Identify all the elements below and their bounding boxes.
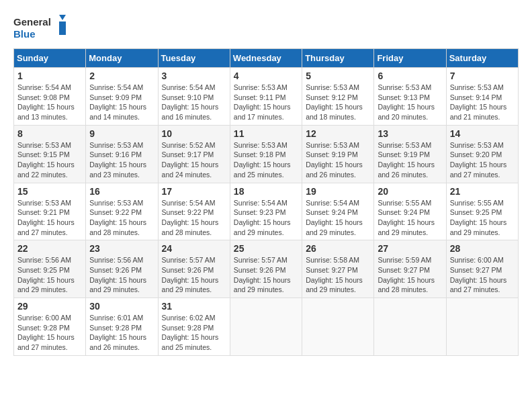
day-info: Sunrise: 5:58 AMSunset: 9:27 PMDaylight:…	[306, 255, 370, 295]
calendar-cell: 15Sunrise: 5:53 AMSunset: 9:21 PMDayligh…	[14, 183, 86, 240]
day-number: 20	[378, 186, 442, 197]
calendar-cell: 3Sunrise: 5:54 AMSunset: 9:10 PMDaylight…	[158, 68, 230, 126]
calendar-week-row: 29Sunrise: 6:00 AMSunset: 9:28 PMDayligh…	[14, 298, 519, 356]
day-number: 7	[450, 71, 515, 81]
day-number: 11	[234, 128, 298, 139]
calendar-cell: 1Sunrise: 5:54 AMSunset: 9:08 PMDaylight…	[14, 68, 86, 126]
calendar-cell: 9Sunrise: 5:53 AMSunset: 9:16 PMDaylight…	[86, 125, 158, 183]
calendar-cell: 25Sunrise: 5:57 AMSunset: 9:26 PMDayligh…	[230, 240, 302, 298]
calendar-cell: 12Sunrise: 5:53 AMSunset: 9:19 PMDayligh…	[302, 125, 374, 183]
day-info: Sunrise: 5:59 AMSunset: 9:27 PMDaylight:…	[378, 255, 442, 295]
day-info: Sunrise: 5:53 AMSunset: 9:12 PMDaylight:…	[306, 83, 370, 122]
day-info: Sunrise: 5:53 AMSunset: 9:11 PMDaylight:…	[234, 83, 298, 122]
day-info: Sunrise: 5:54 AMSunset: 9:08 PMDaylight:…	[17, 83, 82, 122]
calendar-cell: 26Sunrise: 5:58 AMSunset: 9:27 PMDayligh…	[302, 240, 374, 298]
calendar-cell: 21Sunrise: 5:55 AMSunset: 9:25 PMDayligh…	[446, 183, 518, 240]
day-info: Sunrise: 5:56 AMSunset: 9:26 PMDaylight:…	[89, 255, 154, 295]
day-info: Sunrise: 5:53 AMSunset: 9:19 PMDaylight:…	[378, 140, 442, 180]
svg-text:Blue: Blue	[13, 28, 36, 40]
day-info: Sunrise: 5:55 AMSunset: 9:25 PMDaylight:…	[450, 198, 515, 238]
logo: General Blue	[13, 13, 74, 42]
header-sunday: Sunday	[14, 49, 86, 68]
day-number: 15	[17, 186, 82, 197]
calendar-cell: 19Sunrise: 5:54 AMSunset: 9:24 PMDayligh…	[302, 183, 374, 240]
header-wednesday: Wednesday	[230, 49, 302, 68]
day-number: 30	[89, 301, 154, 312]
header-saturday: Saturday	[446, 49, 518, 68]
calendar-cell: 6Sunrise: 5:53 AMSunset: 9:13 PMDaylight…	[374, 68, 446, 126]
calendar-week-row: 8Sunrise: 5:53 AMSunset: 9:15 PMDaylight…	[14, 125, 519, 183]
calendar-cell: 13Sunrise: 5:53 AMSunset: 9:19 PMDayligh…	[374, 125, 446, 183]
calendar-cell: 2Sunrise: 5:54 AMSunset: 9:09 PMDaylight…	[86, 68, 158, 126]
calendar-cell: 18Sunrise: 5:54 AMSunset: 9:23 PMDayligh…	[230, 183, 302, 240]
day-info: Sunrise: 5:53 AMSunset: 9:13 PMDaylight:…	[378, 83, 442, 122]
day-number: 23	[89, 243, 154, 254]
day-number: 9	[89, 128, 154, 139]
header-friday: Friday	[374, 49, 446, 68]
calendar-cell: 30Sunrise: 6:01 AMSunset: 9:28 PMDayligh…	[86, 298, 158, 356]
day-number: 21	[450, 186, 515, 197]
day-info: Sunrise: 5:53 AMSunset: 9:22 PMDaylight:…	[89, 198, 154, 238]
calendar-cell: 27Sunrise: 5:59 AMSunset: 9:27 PMDayligh…	[374, 240, 446, 298]
day-info: Sunrise: 5:57 AMSunset: 9:26 PMDaylight:…	[162, 255, 226, 295]
day-info: Sunrise: 5:57 AMSunset: 9:26 PMDaylight:…	[234, 255, 298, 295]
day-info: Sunrise: 5:54 AMSunset: 9:22 PMDaylight:…	[162, 198, 226, 238]
day-number: 31	[162, 301, 226, 312]
calendar-week-row: 15Sunrise: 5:53 AMSunset: 9:21 PMDayligh…	[14, 183, 519, 240]
day-info: Sunrise: 5:53 AMSunset: 9:19 PMDaylight:…	[306, 140, 370, 180]
day-info: Sunrise: 5:53 AMSunset: 9:20 PMDaylight:…	[450, 140, 515, 180]
day-number: 3	[162, 71, 226, 81]
calendar-week-row: 22Sunrise: 5:56 AMSunset: 9:25 PMDayligh…	[14, 240, 519, 298]
calendar-cell: 28Sunrise: 6:00 AMSunset: 9:27 PMDayligh…	[446, 240, 518, 298]
header-tuesday: Tuesday	[158, 49, 230, 68]
calendar-cell	[230, 298, 302, 356]
calendar-week-row: 1Sunrise: 5:54 AMSunset: 9:08 PMDaylight…	[14, 68, 519, 126]
svg-rect-3	[59, 21, 66, 35]
day-info: Sunrise: 5:53 AMSunset: 9:21 PMDaylight:…	[17, 198, 82, 238]
day-info: Sunrise: 5:54 AMSunset: 9:24 PMDaylight:…	[306, 198, 370, 238]
day-number: 18	[234, 186, 298, 197]
day-info: Sunrise: 5:53 AMSunset: 9:15 PMDaylight:…	[17, 140, 82, 180]
day-number: 16	[89, 186, 154, 197]
day-number: 8	[17, 128, 82, 139]
calendar-cell: 22Sunrise: 5:56 AMSunset: 9:25 PMDayligh…	[14, 240, 86, 298]
day-info: Sunrise: 5:54 AMSunset: 9:09 PMDaylight:…	[89, 83, 154, 122]
day-info: Sunrise: 5:53 AMSunset: 9:18 PMDaylight:…	[234, 140, 298, 180]
day-info: Sunrise: 5:54 AMSunset: 9:10 PMDaylight:…	[162, 83, 226, 122]
day-info: Sunrise: 6:00 AMSunset: 9:28 PMDaylight:…	[17, 313, 82, 353]
day-number: 24	[162, 243, 226, 254]
calendar-cell: 17Sunrise: 5:54 AMSunset: 9:22 PMDayligh…	[158, 183, 230, 240]
calendar-cell: 24Sunrise: 5:57 AMSunset: 9:26 PMDayligh…	[158, 240, 230, 298]
page-header: General Blue	[13, 13, 519, 42]
calendar-table: SundayMondayTuesdayWednesdayThursdayFrid…	[13, 48, 519, 356]
day-number: 27	[378, 243, 442, 254]
calendar-cell: 20Sunrise: 5:55 AMSunset: 9:24 PMDayligh…	[374, 183, 446, 240]
day-number: 14	[450, 128, 515, 139]
day-info: Sunrise: 6:00 AMSunset: 9:27 PMDaylight:…	[450, 255, 515, 295]
header-monday: Monday	[86, 49, 158, 68]
day-info: Sunrise: 5:53 AMSunset: 9:14 PMDaylight:…	[450, 83, 515, 122]
day-number: 19	[306, 186, 370, 197]
day-number: 4	[234, 71, 298, 81]
day-info: Sunrise: 6:01 AMSunset: 9:28 PMDaylight:…	[89, 313, 154, 353]
calendar-cell: 16Sunrise: 5:53 AMSunset: 9:22 PMDayligh…	[86, 183, 158, 240]
calendar-cell: 31Sunrise: 6:02 AMSunset: 9:28 PMDayligh…	[158, 298, 230, 356]
day-number: 2	[89, 71, 154, 81]
day-number: 28	[450, 243, 515, 254]
day-number: 25	[234, 243, 298, 254]
day-number: 26	[306, 243, 370, 254]
day-number: 17	[162, 186, 226, 197]
calendar-cell	[374, 298, 446, 356]
svg-text:General: General	[13, 16, 51, 28]
day-info: Sunrise: 5:53 AMSunset: 9:16 PMDaylight:…	[89, 140, 154, 180]
day-info: Sunrise: 5:56 AMSunset: 9:25 PMDaylight:…	[17, 255, 82, 295]
day-info: Sunrise: 6:02 AMSunset: 9:28 PMDaylight:…	[162, 313, 226, 353]
calendar-cell: 5Sunrise: 5:53 AMSunset: 9:12 PMDaylight…	[302, 68, 374, 126]
calendar-cell: 23Sunrise: 5:56 AMSunset: 9:26 PMDayligh…	[86, 240, 158, 298]
calendar-cell: 4Sunrise: 5:53 AMSunset: 9:11 PMDaylight…	[230, 68, 302, 126]
calendar-cell: 29Sunrise: 6:00 AMSunset: 9:28 PMDayligh…	[14, 298, 86, 356]
day-number: 22	[17, 243, 82, 254]
day-info: Sunrise: 5:54 AMSunset: 9:23 PMDaylight:…	[234, 198, 298, 238]
day-number: 13	[378, 128, 442, 139]
calendar-cell: 7Sunrise: 5:53 AMSunset: 9:14 PMDaylight…	[446, 68, 518, 126]
